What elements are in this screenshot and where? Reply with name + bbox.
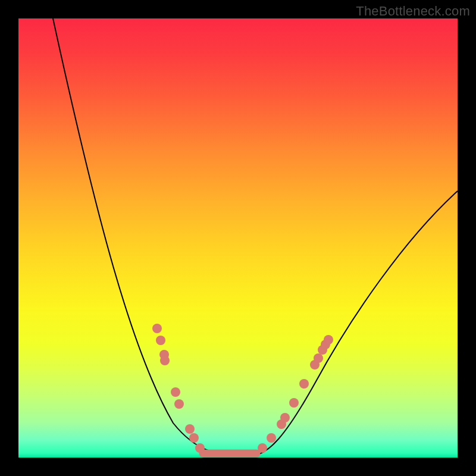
data-dot <box>195 443 205 453</box>
chart-svg <box>18 18 458 458</box>
data-dot <box>267 433 276 443</box>
data-dot <box>189 433 199 443</box>
data-dot <box>171 387 180 397</box>
plot-area <box>18 18 458 458</box>
data-dot <box>280 413 290 422</box>
data-dot <box>314 353 323 363</box>
data-dot <box>324 335 333 345</box>
data-dot <box>289 398 299 408</box>
data-dot <box>156 336 165 345</box>
bottleneck-curve <box>53 18 458 456</box>
chart-frame: TheBottleneck.com <box>0 0 476 476</box>
watermark-text: TheBottleneck.com <box>356 4 470 19</box>
data-dot <box>152 324 162 333</box>
data-dot <box>299 379 309 389</box>
data-dot <box>160 356 170 365</box>
data-dot <box>174 399 184 409</box>
data-dots <box>152 324 333 453</box>
data-dot <box>185 424 195 434</box>
data-dot <box>258 443 267 453</box>
